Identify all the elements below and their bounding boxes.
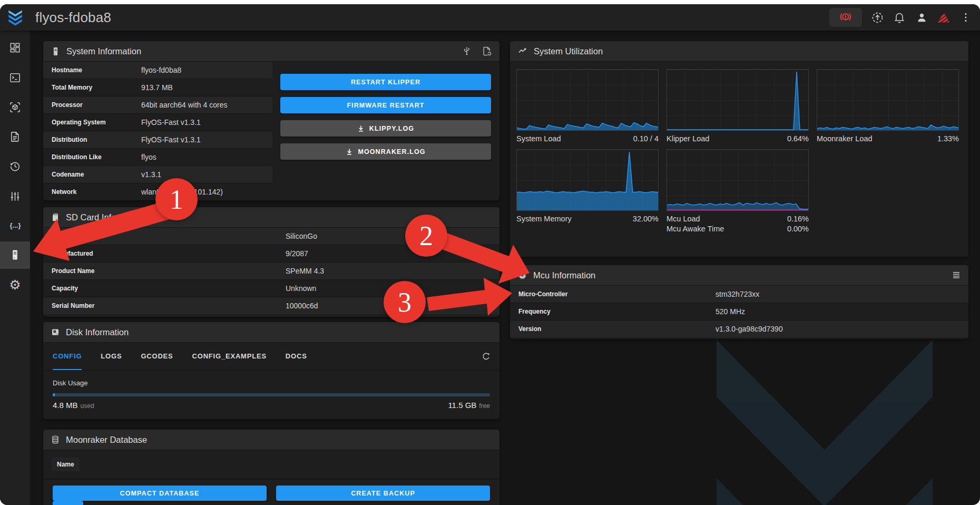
annotation-marker-3: 3 (384, 281, 426, 323)
column-header-name[interactable]: Name (52, 458, 80, 471)
create-backup-button[interactable]: CREATE BACKUP (276, 485, 490, 501)
moonraker-database-panel: Moonraker Database Name COMPACT DATABASE… (43, 430, 499, 505)
chip-icon (517, 270, 527, 280)
annotation-marker-1: 1 (155, 178, 198, 220)
compact-database-button[interactable]: COMPACT DATABASE (53, 485, 267, 501)
system-information-header: System Information (43, 41, 499, 62)
klipper-load-sparkline (667, 69, 809, 131)
row-value: 10000c6d (286, 302, 318, 310)
sidebar-item-settings[interactable]: ⚙ (0, 273, 30, 296)
sidebar: {...} ⚙ (0, 31, 30, 505)
row-label: Manufacturer (43, 232, 92, 240)
table-row: Operating SystemFlyOS-Fast v1.3.1 (43, 113, 272, 131)
row-label: Serial Number (43, 302, 94, 309)
row-label: Manufactured (43, 250, 93, 257)
disk-usage-section: Disk Usage 4.8 MBused 11.5 GBfree (43, 371, 499, 410)
row-value: FlyOS-Fast v1.3.1 (141, 135, 201, 144)
download-klippy-log-button[interactable]: KLIPPY.LOG (280, 120, 491, 137)
tab-config[interactable]: CONFIG (53, 343, 82, 370)
system-information-panel: System Information (43, 41, 499, 200)
firmware-restart-button[interactable]: FIRMWARE RESTART (280, 97, 491, 113)
row-label: Micro-Controller (510, 290, 567, 298)
chart-mcu-load: Mcu Load0.16% Mcu Awake Time0.00% (667, 149, 809, 233)
emergency-stop-icon (839, 11, 852, 24)
row-value: flyos (141, 153, 156, 161)
menu-icon (952, 270, 961, 280)
panel-title: Moonraker Database (66, 435, 147, 445)
row-label: Frequency (510, 308, 551, 315)
table-row: Codenamev1.3.1 (43, 166, 272, 183)
app-logo[interactable] (0, 8, 30, 26)
moonraker-database-header: Moonraker Database (43, 430, 499, 450)
row-value: 64bit aarch64 with 4 cores (141, 101, 227, 109)
tab-docs[interactable]: DOCS (286, 343, 307, 370)
tab-config-examples[interactable]: CONFIG_EXAMPLES (192, 343, 267, 370)
chart-value: 0.10 / 4 (633, 134, 659, 143)
disk-free-value: 11.5 GBfree (448, 401, 490, 410)
overflow-menu-button[interactable] (959, 11, 973, 24)
chart-klipper-load: Klipper Load0.64% (667, 69, 809, 143)
sidebar-item-gcode-preview[interactable] (0, 95, 30, 119)
row-label: Hostname (43, 66, 82, 74)
emergency-stop-button[interactable] (829, 8, 862, 27)
tab-label: CONFIG_EXAMPLES (192, 352, 267, 360)
panel-title: System Utilization (534, 46, 603, 56)
chart-label: System Memory (516, 215, 572, 223)
moonraker-load-sparkline (817, 69, 959, 131)
account-button[interactable] (915, 11, 928, 24)
chart-value: 0.00% (787, 225, 809, 233)
reload-file-button[interactable] (482, 46, 492, 56)
chart-moonraker-load: Moonraker Load1.33% (817, 69, 959, 143)
brand-logo-button[interactable] (937, 11, 950, 24)
utilization-charts: System Load0.10 / 4 Klipper Load0.64% Mo… (510, 62, 968, 239)
panel-title: Disk Information (66, 327, 129, 337)
notifications-button[interactable] (893, 11, 906, 24)
server-icon (51, 46, 61, 56)
download-moonraker-log-button[interactable]: MOONRAKER.LOG (280, 143, 491, 160)
annotation-number: 3 (398, 287, 411, 318)
row-label: Processor (43, 101, 83, 109)
refresh-disk-button[interactable] (481, 352, 491, 362)
table-row: Distribution Likeflyos (43, 148, 272, 166)
file-document-icon (9, 131, 21, 143)
mcu-load-sparkline (667, 149, 809, 211)
tab-logs[interactable]: LOGS (101, 343, 122, 370)
chart-line-icon (517, 46, 528, 56)
download-icon (357, 125, 365, 132)
server-icon (9, 249, 21, 261)
update-available-button[interactable] (870, 11, 884, 24)
sidebar-item-configure[interactable]: {...} (0, 213, 30, 237)
restart-klipper-button[interactable]: RESTART KLIPPER (280, 74, 491, 90)
system-actions: RESTART KLIPPER FIRMWARE RESTART KLIPPY.… (280, 74, 491, 160)
sidebar-item-console[interactable] (0, 66, 30, 89)
button-label: FIRMWARE RESTART (347, 102, 424, 109)
tab-gcodes[interactable]: GCODES (141, 343, 173, 370)
table-row: Processor64bit aarch64 with 4 cores (43, 96, 272, 113)
chart-value: 0.16% (787, 215, 809, 223)
sidebar-item-dashboard[interactable] (0, 36, 30, 59)
chart-value: 0.64% (787, 134, 809, 143)
partially-visible-button[interactable] (53, 501, 83, 505)
chart-value: 1.33% (937, 134, 959, 143)
chart-label: System Load (516, 134, 561, 143)
mcu-menu-button[interactable] (952, 270, 961, 280)
row-value: Unknown (286, 284, 316, 293)
update-icon (871, 11, 884, 24)
row-value: 913.7 MB (141, 83, 173, 92)
chart-system-memory: System Memory32.00% (516, 149, 659, 233)
sidebar-item-machine[interactable] (0, 243, 30, 266)
sidebar-item-history[interactable] (0, 154, 30, 178)
row-value: 9/2087 (286, 249, 308, 258)
row-label: Operating System (43, 119, 106, 126)
disk-used-value: 4.8 MBused (53, 401, 94, 410)
console-icon (9, 72, 21, 84)
brand-triangle-icon (937, 10, 950, 25)
row-value: v1.3.1 (141, 170, 161, 179)
top-bar: flyos-fdoba8 (0, 4, 980, 31)
chart-label: Mcu Awake Time (667, 225, 724, 233)
usb-devices-button[interactable] (462, 46, 472, 56)
download-icon (346, 148, 353, 156)
row-label: Distribution Like (43, 153, 102, 161)
sidebar-item-tune[interactable] (0, 184, 30, 208)
sidebar-item-jobs[interactable] (0, 125, 30, 148)
